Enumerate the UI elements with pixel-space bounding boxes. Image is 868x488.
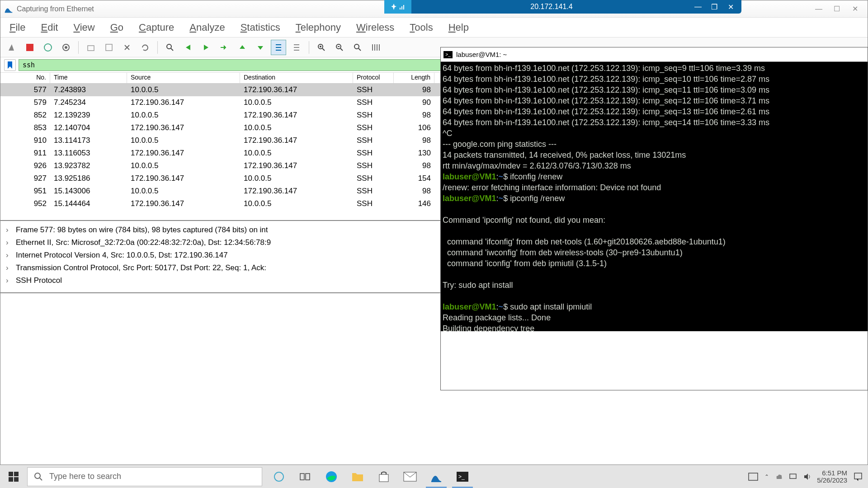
go-forward-button[interactable] (198, 40, 214, 55)
zoom-out-button[interactable] (332, 40, 347, 55)
volume-icon[interactable] (803, 473, 811, 480)
col-source[interactable]: Source (127, 73, 240, 83)
rdp-host-label: 20.172.141.4 (411, 3, 692, 11)
taskbar: Type here to search >_ ⌃ 6:51 PM 5/26/20… (0, 465, 868, 488)
zoom-in-icon (317, 43, 326, 52)
rdp-pin-section[interactable] (384, 0, 411, 14)
store-app[interactable] (371, 465, 397, 488)
search-placeholder: Type here to search (49, 472, 121, 481)
restart-capture-button[interactable] (40, 40, 56, 55)
svg-rect-13 (9, 477, 13, 482)
pin-icon (390, 3, 397, 10)
close-button[interactable]: ✕ (846, 2, 864, 16)
menu-help[interactable]: Help (448, 22, 469, 33)
menu-file[interactable]: File (9, 22, 25, 33)
menu-view[interactable]: View (73, 22, 94, 33)
tray-clock[interactable]: 6:51 PM 5/26/2023 (817, 469, 847, 484)
chevron-right-icon: › (6, 236, 12, 249)
minimize-button[interactable]: — (810, 2, 828, 16)
clock-date: 5/26/2023 (817, 477, 847, 484)
start-capture-button[interactable] (4, 40, 19, 55)
tray-chevron-up-icon[interactable]: ⌃ (764, 474, 769, 480)
system-tray: ⌃ 6:51 PM 5/26/2023 (743, 469, 868, 484)
capture-options-button[interactable] (58, 40, 74, 55)
cortana-button[interactable] (266, 465, 292, 488)
rdp-close-button[interactable]: ✕ (724, 2, 737, 12)
mail-icon (403, 472, 417, 482)
zoom-reset-button[interactable] (350, 40, 365, 55)
explorer-app[interactable] (344, 465, 371, 488)
stop-capture-button[interactable] (22, 40, 38, 55)
columns-icon (371, 43, 380, 52)
svg-rect-3 (106, 44, 112, 51)
autoscroll-button[interactable] (271, 40, 286, 55)
wireshark-app[interactable] (423, 465, 449, 488)
col-no[interactable]: No. (0, 73, 50, 83)
terminal-window[interactable]: >_ labuser@VM1: ~ 64 bytes from bh-in-f1… (440, 47, 868, 390)
edge-app[interactable] (318, 465, 344, 488)
menu-go[interactable]: Go (110, 22, 123, 33)
onedrive-icon[interactable] (775, 473, 783, 481)
svg-point-15 (35, 473, 40, 479)
folder-icon (351, 471, 364, 482)
maximize-button[interactable]: ☐ (828, 2, 846, 16)
filter-bookmark-button[interactable] (4, 59, 16, 71)
chevron-right-icon: › (6, 249, 12, 262)
bookmark-icon (7, 61, 13, 69)
find-button[interactable] (162, 40, 178, 55)
task-view-icon (299, 472, 311, 482)
go-back-button[interactable] (180, 40, 196, 55)
notifications-icon[interactable] (854, 472, 863, 481)
arrow-right-icon (202, 43, 210, 52)
zoom-in-button[interactable] (314, 40, 329, 55)
svg-rect-10 (403, 5, 404, 9)
terminal-app[interactable]: >_ (449, 465, 476, 488)
keyboard-icon[interactable] (748, 473, 758, 481)
menu-telephony[interactable]: Telephony (296, 22, 341, 33)
menu-capture[interactable]: Capture (139, 22, 174, 33)
goto-packet-button[interactable] (217, 40, 232, 55)
svg-rect-12 (14, 472, 19, 476)
svg-point-7 (354, 44, 359, 49)
menu-wireless[interactable]: Wireless (356, 22, 394, 33)
goto-first-button[interactable] (235, 40, 250, 55)
taskbar-search[interactable]: Type here to search (27, 467, 262, 486)
colorize-button[interactable] (289, 40, 304, 55)
reload-button[interactable] (137, 40, 153, 55)
rdp-minimize-button[interactable]: — (692, 2, 704, 12)
taskbar-apps: >_ (266, 465, 476, 488)
close-file-icon (123, 43, 131, 52)
colorize-icon (292, 43, 301, 52)
menu-statistics[interactable]: Statistics (241, 22, 280, 33)
menu-tools[interactable]: Tools (410, 22, 433, 33)
task-view-button[interactable] (292, 465, 318, 488)
save-button[interactable] (101, 40, 117, 55)
goto-last-button[interactable] (253, 40, 268, 55)
gear-icon (61, 43, 71, 52)
close-file-button[interactable] (119, 40, 135, 55)
toolbar-separator (78, 41, 79, 54)
svg-rect-25 (790, 474, 796, 479)
mail-app[interactable] (397, 465, 423, 488)
zoom-out-icon (335, 43, 344, 52)
menu-analyze[interactable]: Analyze (189, 22, 225, 33)
col-time[interactable]: Time (50, 73, 127, 83)
search-icon (34, 472, 43, 481)
rdp-restore-button[interactable]: ❐ (708, 2, 721, 12)
menu-edit[interactable]: Edit (41, 22, 58, 33)
rdp-connection-bar[interactable]: 20.172.141.4 — ❐ ✕ (384, 0, 741, 14)
col-length[interactable]: Length (394, 73, 434, 83)
col-destination[interactable]: Destination (240, 73, 353, 83)
terminal-titlebar[interactable]: >_ labuser@VM1: ~ (441, 47, 868, 62)
svg-rect-2 (88, 46, 94, 51)
terminal-empty-area (441, 331, 868, 390)
start-button[interactable] (0, 465, 27, 488)
resize-columns-button[interactable] (368, 40, 383, 55)
col-protocol[interactable]: Protocol (353, 73, 394, 83)
windows-logo-icon (8, 471, 19, 482)
clock-time: 6:51 PM (817, 469, 847, 477)
wireshark-logo-icon (4, 5, 13, 14)
network-icon[interactable] (789, 473, 797, 480)
open-file-button[interactable] (83, 40, 99, 55)
svg-rect-17 (300, 474, 304, 480)
